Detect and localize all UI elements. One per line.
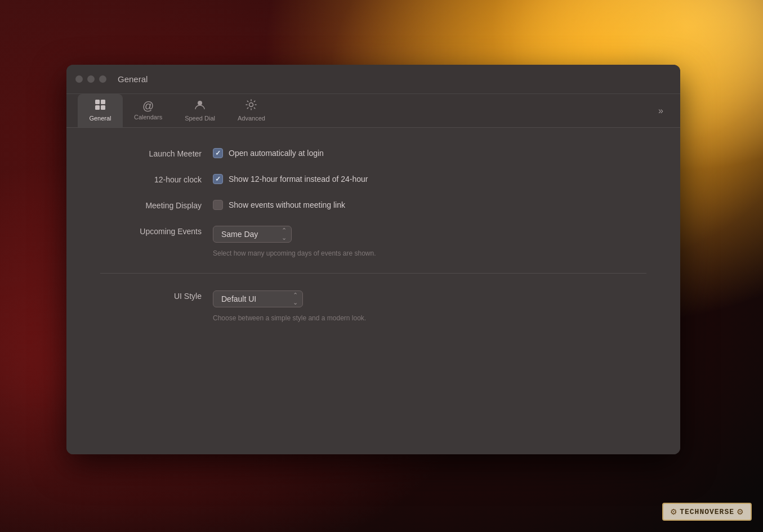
maximize-button[interactable] [99, 75, 106, 83]
ui-style-arrow-icon: ⌃⌄ [293, 292, 298, 306]
ui-style-hint: Choose between a simple style and a mode… [213, 314, 366, 322]
ui-style-row: UI Style Default UI ⌃⌄ Choose between a … [100, 290, 646, 322]
launch-meeter-checkbox[interactable] [213, 148, 223, 158]
upcoming-events-select[interactable]: Same Day ⌃⌄ [213, 226, 292, 243]
technoverse-badge: ⚙ TECHNOVERSE ⚙ [662, 503, 752, 521]
upcoming-events-value: Same Day [221, 230, 258, 239]
launch-meeter-checkbox-row: Open automatically at login [213, 148, 324, 158]
meeting-display-checkbox[interactable] [213, 200, 223, 210]
window-wrapper: General General @ Calendars [66, 65, 680, 454]
upcoming-events-label: Upcoming Events [100, 226, 213, 236]
tab-calendars[interactable]: @ Calendars [123, 94, 173, 127]
ui-style-label: UI Style [100, 290, 213, 301]
minimize-button[interactable] [87, 75, 95, 83]
traffic-lights [75, 75, 106, 83]
ui-style-select-wrapper: Default UI ⌃⌄ [213, 290, 303, 307]
tab-advanced-label: Advanced [238, 115, 265, 122]
general-tab-icon [94, 99, 106, 113]
clock-option-text: Show 12-hour format instead of 24-hour [229, 175, 368, 184]
more-tabs-button[interactable]: » [653, 94, 669, 127]
tab-calendars-label: Calendars [134, 114, 162, 120]
meeting-display-option-text: Show events without meeting link [229, 200, 345, 209]
upcoming-events-control: Same Day ⌃⌄ Select how many upcoming day… [213, 226, 376, 257]
meeting-display-control: Show events without meeting link [213, 200, 345, 210]
launch-meeter-option-text: Open automatically at login [229, 149, 324, 158]
ui-style-value: Default UI [221, 294, 256, 303]
svg-rect-0 [95, 100, 100, 104]
technoverse-label: TECHNOVERSE [680, 508, 734, 516]
more-tabs-icon: » [658, 106, 663, 116]
svg-rect-3 [101, 105, 105, 110]
settings-content: Launch Meeter Open automatically at logi… [66, 128, 680, 454]
launch-meeter-row: Launch Meeter Open automatically at logi… [100, 148, 646, 158]
svg-point-4 [198, 101, 202, 105]
ui-style-control: Default UI ⌃⌄ Choose between a simple st… [213, 290, 366, 322]
meeting-display-label: Meeting Display [100, 200, 213, 210]
advanced-tab-icon [245, 99, 257, 113]
preferences-window: General General @ Calendars [66, 65, 680, 454]
tab-general-label: General [89, 115, 111, 122]
tab-speeddial[interactable]: Speed Dial [173, 94, 226, 127]
upcoming-events-row: Upcoming Events Same Day ⌃⌄ Select how m… [100, 226, 646, 257]
technoverse-gear-right-icon: ⚙ [737, 507, 744, 516]
clock-label: 12-hour clock [100, 174, 213, 184]
svg-rect-1 [101, 100, 105, 104]
calendars-tab-icon: @ [142, 100, 154, 111]
technoverse-gear-left-icon: ⚙ [670, 507, 677, 516]
tabbar: General @ Calendars Speed Dial [66, 94, 680, 128]
svg-rect-2 [95, 105, 100, 110]
upcoming-events-select-wrapper: Same Day ⌃⌄ [213, 226, 292, 243]
section-divider [100, 273, 646, 274]
ui-style-select[interactable]: Default UI ⌃⌄ [213, 290, 303, 307]
tab-advanced[interactable]: Advanced [226, 94, 276, 127]
close-button[interactable] [75, 75, 83, 83]
meeting-display-row: Meeting Display Show events without meet… [100, 200, 646, 210]
titlebar: General [66, 65, 680, 94]
svg-point-5 [249, 103, 253, 107]
clock-row: 12-hour clock Show 12-hour format instea… [100, 174, 646, 184]
clock-control: Show 12-hour format instead of 24-hour [213, 174, 368, 184]
tab-general[interactable]: General [78, 94, 123, 127]
clock-checkbox[interactable] [213, 174, 223, 184]
upcoming-events-hint: Select how many upcoming days of events … [213, 249, 376, 257]
upcoming-events-arrow-icon: ⌃⌄ [282, 227, 287, 242]
meeting-display-checkbox-row: Show events without meeting link [213, 200, 345, 210]
window-title: General [118, 74, 671, 84]
tab-speeddial-label: Speed Dial [185, 115, 215, 122]
clock-checkbox-row: Show 12-hour format instead of 24-hour [213, 174, 368, 184]
launch-meeter-control: Open automatically at login [213, 148, 324, 158]
speeddial-tab-icon [194, 99, 206, 113]
launch-meeter-label: Launch Meeter [100, 148, 213, 158]
